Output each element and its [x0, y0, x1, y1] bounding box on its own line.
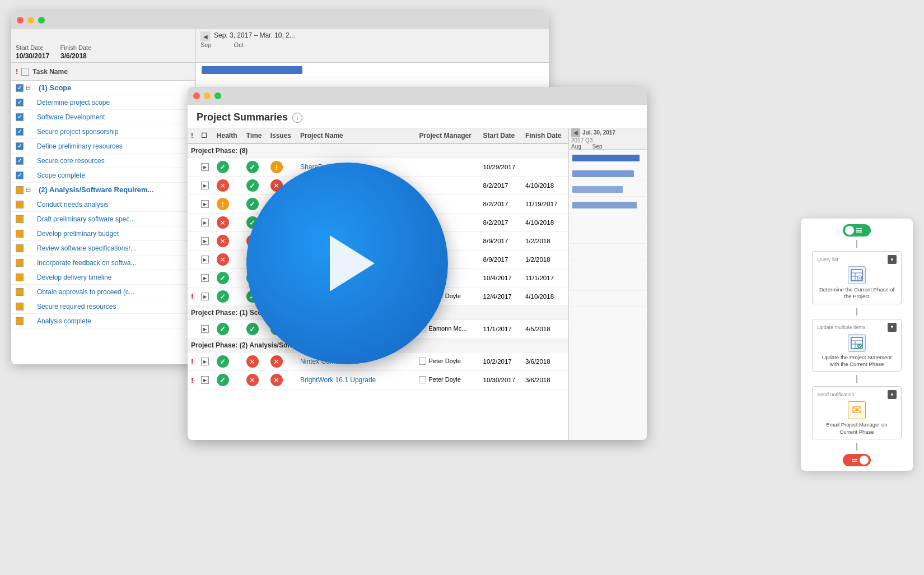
col-time: Time — [243, 128, 267, 143]
task-row-3[interactable]: Software Development — [11, 110, 195, 124]
task-checkbox-14[interactable] — [16, 273, 24, 281]
manager-1 — [416, 177, 479, 195]
task-checkbox-16[interactable] — [16, 303, 24, 310]
col-health: Health — [213, 128, 243, 143]
start-p3-0: 10/2/2017 — [480, 353, 522, 371]
start-6: 10/4/2017 — [480, 269, 522, 288]
row-play-1[interactable]: ▶ — [201, 182, 209, 189]
task-checkbox-13[interactable] — [16, 259, 24, 267]
task-checkbox-9[interactable] — [16, 201, 24, 208]
task-link-6[interactable]: Secure core resources — [37, 157, 105, 165]
row-play-4[interactable]: ▶ — [201, 237, 209, 245]
task-row-2[interactable]: Determine project scope — [11, 95, 195, 110]
proj-link-p3-1[interactable]: BrightWork 16.1 Upgrade — [300, 376, 376, 384]
row-play-0[interactable]: ▶ — [201, 163, 209, 171]
task-checkbox-7[interactable] — [16, 171, 24, 179]
task-link-11[interactable]: Develop preliminary budget — [37, 230, 119, 238]
close-dot[interactable] — [17, 17, 24, 24]
wf-dropdown-1[interactable]: ▼ — [888, 255, 897, 264]
task-row-analysis[interactable]: ⊟ (2) Analysis/Software Requirem... — [11, 183, 195, 197]
task-checkbox-5[interactable] — [16, 142, 24, 150]
col-manager: Project Manager — [416, 128, 479, 143]
task-link-2[interactable]: Determine project scope — [37, 99, 110, 106]
workflow-node-notify[interactable]: Send notification ▼ ✉ Email Project Mana… — [812, 386, 902, 439]
task-row-10[interactable]: Draft preliminary software spec... — [11, 212, 195, 226]
workflow-toggle-off[interactable] — [843, 454, 871, 466]
health-red-5: ✕ — [217, 253, 229, 266]
task-link-12[interactable]: Review software specifications/... — [37, 244, 136, 252]
task-link-10[interactable]: Draft preliminary software spec... — [37, 215, 135, 223]
task-checkbox-11[interactable] — [16, 230, 24, 238]
summary-close-dot[interactable] — [193, 92, 200, 99]
row-play-3[interactable]: ▶ — [201, 219, 209, 226]
task-row-6[interactable]: Secure core resources — [11, 154, 195, 168]
table-row[interactable]: ! ▶ ✓ ✕ ✕ BrightWork 16.1 Upgrade Peter … — [188, 371, 568, 389]
row-play-p2-0[interactable]: ▶ — [201, 325, 209, 333]
task-link-9[interactable]: Conduct needs analysis — [37, 201, 108, 208]
row-play-2[interactable]: ▶ — [201, 200, 209, 208]
col-start: Start Date — [480, 128, 522, 143]
row-play-p3-0[interactable]: ▶ — [201, 358, 209, 365]
task-row-scope[interactable]: ⊟ (1) Scope — [11, 81, 195, 95]
task-checkbox-4[interactable] — [16, 128, 24, 136]
minimize-dot[interactable] — [27, 17, 34, 24]
task-checkbox-2[interactable] — [16, 99, 24, 106]
task-row-12[interactable]: Review software specifications/... — [11, 241, 195, 256]
task-link-5[interactable]: Define preliminary resources — [37, 142, 123, 150]
video-play-button[interactable] — [246, 163, 448, 364]
task-link-4[interactable]: Secure project sponsorship — [37, 128, 118, 136]
task-checkbox-10[interactable] — [16, 215, 24, 223]
issues-yellow-0: ! — [270, 161, 283, 173]
task-row-14[interactable]: Develop delivery timeline — [11, 270, 195, 285]
wf-dropdown-3[interactable]: ▼ — [888, 390, 897, 399]
workflow-toggle-on[interactable] — [843, 224, 871, 237]
task-row-9[interactable]: Conduct needs analysis — [11, 197, 195, 212]
task-checkbox-12[interactable] — [16, 244, 24, 252]
health-p3-1: ✓ — [217, 374, 229, 386]
task-link-15[interactable]: Obtain approvals to proceed (c... — [37, 288, 134, 296]
summary-maximize-dot[interactable] — [214, 92, 221, 99]
row-play-p3-1[interactable]: ▶ — [201, 376, 209, 384]
task-row-17[interactable]: Analysis complete — [11, 314, 195, 328]
task-row-13[interactable]: Incorporate feedback on softwa... — [11, 256, 195, 270]
summary-chart-panel: ◀ Jul. 30, 2017 2017 Q3 Aug Sep — [568, 128, 647, 440]
task-link-16[interactable]: Secure required resources — [37, 303, 116, 310]
wf-dropdown-2[interactable]: ▼ — [888, 323, 897, 332]
task-row-15[interactable]: Obtain approvals to proceed (c... — [11, 285, 195, 299]
task-checkbox-15[interactable] — [16, 288, 24, 296]
maximize-dot[interactable] — [38, 17, 45, 24]
summary-minimize-dot[interactable] — [204, 92, 211, 99]
task-row-4[interactable]: Secure project sponsorship — [11, 124, 195, 139]
gantt-prev-arrow[interactable]: ◀ — [200, 31, 211, 41]
start-p2-0: 11/1/2017 — [480, 320, 522, 338]
workflow-node-query[interactable]: Query list ▼ Determine the Current Phase… — [812, 251, 902, 304]
mgr-checkbox-p3-0[interactable] — [419, 358, 426, 365]
mgr-checkbox-p3-1[interactable] — [419, 376, 426, 383]
info-icon[interactable]: i — [292, 113, 302, 123]
row-play-7[interactable]: ▶ — [201, 293, 209, 300]
finish-1: 4/10/2018 — [522, 177, 568, 195]
task-checkbox-1[interactable] — [16, 84, 24, 92]
task-link-17[interactable]: Analysis complete — [37, 317, 91, 325]
workflow-node-update[interactable]: Update multiple items ▼ Update the Proje… — [812, 319, 902, 372]
task-checkbox-3[interactable] — [16, 113, 24, 121]
task-link-7[interactable]: Scope complete — [37, 171, 85, 179]
task-row-11[interactable]: Develop preliminary budget — [11, 226, 195, 241]
task-link-13[interactable]: Incorporate feedback on softwa... — [37, 259, 136, 267]
finish-p3-1: 3/6/2018 — [522, 371, 568, 389]
task-link-14[interactable]: Develop delivery timeline — [37, 273, 111, 281]
summary-prev-arrow[interactable]: ◀ — [571, 128, 580, 137]
task-link-analysis[interactable]: (2) Analysis/Software Requirem... — [39, 186, 153, 194]
wf-table-icon-1 — [848, 266, 866, 284]
wf-mail-icon-node: ✉ — [848, 401, 866, 419]
row-play-6[interactable]: ▶ — [201, 274, 209, 282]
task-checkbox-17[interactable] — [16, 317, 24, 325]
task-checkbox-8[interactable] — [16, 186, 24, 194]
task-row-7[interactable]: Scope complete — [11, 168, 195, 183]
task-link-scope[interactable]: (1) Scope — [39, 84, 72, 92]
task-checkbox-6[interactable] — [16, 157, 24, 165]
task-row-16[interactable]: Secure required resources — [11, 299, 195, 314]
task-link-3[interactable]: Software Development — [37, 113, 105, 121]
task-row-5[interactable]: Define preliminary resources — [11, 139, 195, 154]
row-play-5[interactable]: ▶ — [201, 256, 209, 263]
